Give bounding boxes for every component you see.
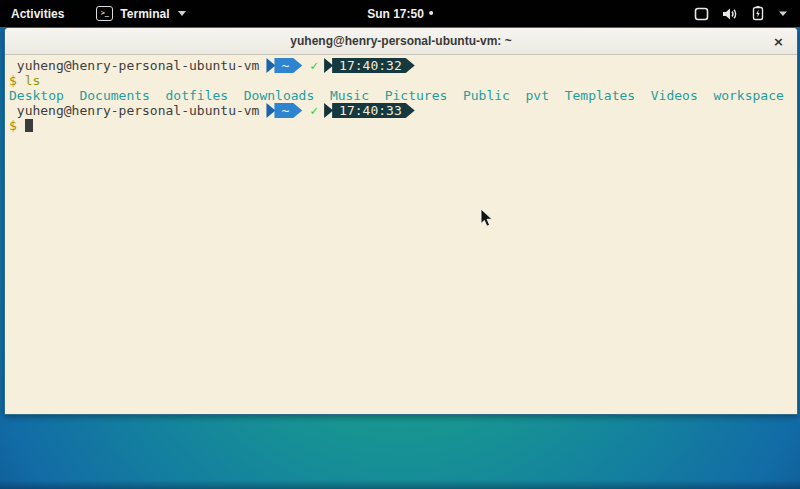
- powerline-time-segment: 17:40:32: [332, 58, 415, 73]
- chevron-down-icon: [178, 11, 186, 16]
- battery-charging-icon: [751, 6, 765, 21]
- current-input-line: $: [5, 118, 797, 133]
- user-host-text: yuheng@henry-personal-ubuntu-vm: [9, 58, 259, 73]
- powerline-separator-icon: [266, 103, 275, 118]
- notification-dot-icon: [429, 11, 433, 15]
- powerline-path-segment: ~: [274, 58, 302, 73]
- menu-chevron-icon: [778, 10, 788, 17]
- directory-item: workspace: [713, 88, 783, 103]
- volume-icon: [722, 7, 738, 21]
- command-line: $ ls: [5, 73, 797, 88]
- command-text: ls: [25, 73, 41, 88]
- desktop-bottom-shade: [0, 480, 800, 489]
- close-button[interactable]: ×: [773, 28, 784, 54]
- powerline-separator-icon: [324, 58, 333, 73]
- prompt-line-2: yuheng@henry-personal-ubuntu-vm ~ ✓ 17:4…: [5, 103, 797, 118]
- terminal-content[interactable]: yuheng@henry-personal-ubuntu-vm ~ ✓ 17:4…: [5, 55, 797, 414]
- screen: Activities >_ Terminal Sun 17:50: [0, 0, 800, 489]
- powerline-separator-icon: [266, 58, 275, 73]
- system-status-area[interactable]: [686, 0, 796, 27]
- directory-item: pvt: [526, 88, 549, 103]
- terminal-window: yuheng@henry-personal-ubuntu-vm: ~ × yuh…: [4, 28, 798, 415]
- directory-item: dotfiles: [166, 88, 229, 103]
- prompt-symbol: $: [9, 118, 17, 133]
- gnome-top-bar: Activities >_ Terminal Sun 17:50: [0, 0, 800, 27]
- activities-button[interactable]: Activities: [2, 0, 73, 27]
- directory-item: Templates: [565, 88, 635, 103]
- app-menu-terminal[interactable]: >_ Terminal: [87, 0, 195, 27]
- powerline-time-segment: 17:40:33: [332, 103, 415, 118]
- terminal-icon: >_: [96, 6, 113, 21]
- app-menu-label: Terminal: [120, 7, 169, 21]
- window-title: yuheng@henry-personal-ubuntu-vm: ~: [290, 34, 511, 48]
- directory-item: Documents: [79, 88, 149, 103]
- directory-item: Videos: [651, 88, 698, 103]
- prompt-line-1: yuheng@henry-personal-ubuntu-vm ~ ✓ 17:4…: [5, 58, 797, 73]
- status-check-icon: ✓: [310, 58, 318, 73]
- prompt-symbol: $: [9, 73, 17, 88]
- directory-item: Desktop: [9, 88, 64, 103]
- activities-label: Activities: [11, 7, 64, 21]
- status-check-icon: ✓: [310, 103, 318, 118]
- directory-item: Pictures: [385, 88, 448, 103]
- clock-button[interactable]: Sun 17:50: [358, 0, 442, 27]
- clock-label: Sun 17:50: [367, 7, 424, 21]
- directory-item: Downloads: [244, 88, 314, 103]
- powerline-path-segment: ~: [274, 103, 302, 118]
- user-host-text: yuheng@henry-personal-ubuntu-vm: [9, 103, 259, 118]
- directory-item: Public: [463, 88, 510, 103]
- powerline-separator-icon: [324, 103, 333, 118]
- directory-item: Music: [330, 88, 369, 103]
- terminal-cursor: [25, 119, 33, 132]
- window-titlebar[interactable]: yuheng@henry-personal-ubuntu-vm: ~ ×: [5, 28, 797, 55]
- display-icon: [694, 7, 709, 21]
- ls-output-line: DesktopDocumentsdotfilesDownloadsMusicPi…: [5, 88, 797, 103]
